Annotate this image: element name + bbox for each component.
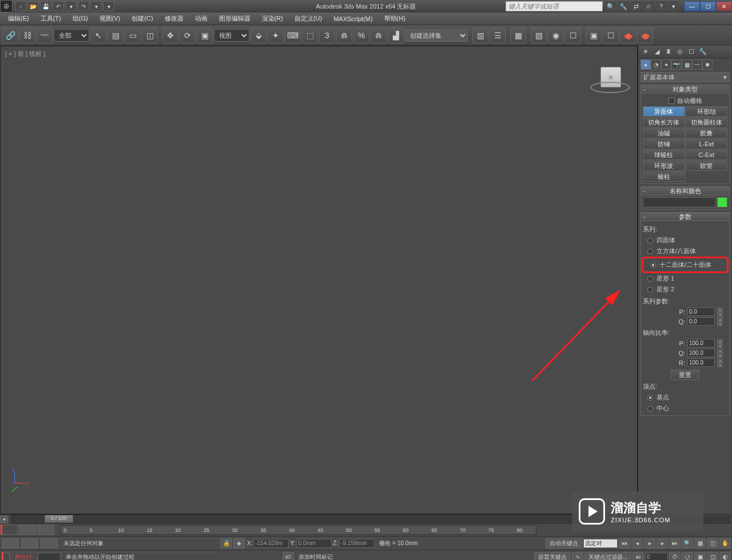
percent-snap-icon[interactable]: ⋒ [336,27,352,43]
time-slider-track[interactable]: 0 / 100 [10,515,627,524]
menu-modifiers[interactable]: 修改器 [159,13,189,25]
rollout-name-color[interactable]: -名称和颜色 [640,186,730,195]
rendered-frame-icon[interactable]: ▣ [586,27,602,43]
key-mode-toggle-icon[interactable]: ⏯ [632,552,644,561]
mirror-icon[interactable]: ▟ [388,27,404,43]
open-icon[interactable]: 📂 [27,1,39,11]
macro-rec-icon[interactable] [2,552,10,561]
angle-snap-icon[interactable]: 3 [319,27,335,43]
hierarchy-panel-tab[interactable]: ♜ [663,47,674,57]
object-color-swatch[interactable] [717,197,727,207]
q-spinner[interactable] [687,317,715,326]
scale-icon[interactable]: ▣ [197,27,213,43]
edit-named-sel-icon[interactable]: ⋒ [371,27,387,43]
helpers-tab[interactable]: ▦ [682,59,692,70]
nav-pan-icon[interactable]: ✋ [719,538,731,549]
menu-views[interactable]: 视图(V) [94,13,126,25]
ar-down-icon[interactable]: ▾ [717,363,723,367]
select-object-icon[interactable]: ↖ [90,27,106,43]
aq-down-icon[interactable]: ▾ [717,353,723,358]
rollout-parameters[interactable]: -参数 [640,212,730,221]
close-button[interactable]: ✕ [716,1,732,11]
key-filter-curve-icon[interactable]: ∿ [572,552,583,561]
nav-zoomall-icon[interactable]: ▦ [694,538,706,549]
family-star1-radio[interactable]: 星形 1 [643,273,727,284]
status-key-btn3[interactable] [41,538,58,549]
menu-customize[interactable]: 自定义(U) [289,13,328,25]
menu-maxscript[interactable]: MAXScript(M) [328,13,378,25]
vertex-base-radio[interactable]: 基点 [643,392,727,403]
isolate-icon[interactable]: ◈ [233,538,245,549]
keyboard-shortcut-icon[interactable]: ⌨ [285,27,301,43]
spacewarps-tab[interactable]: 〰 [692,59,702,70]
set-key-mode-icon[interactable] [1,525,18,535]
ref-coord-system[interactable]: 视图 [214,29,249,42]
nav-wheel-icon[interactable]: ◐ [719,552,731,561]
bind-spacewarp-icon[interactable]: 〰 [37,27,53,43]
render-prod-icon[interactable]: ☐ [603,27,619,43]
minimize-button[interactable]: — [684,1,700,11]
menu-animation[interactable]: 动画 [189,13,213,25]
unlink-icon[interactable]: ⛓ [19,27,35,43]
utilities-panel-tab[interactable]: 🔧 [698,47,708,57]
favorite-icon[interactable]: ☆ [643,1,654,11]
viewport-label[interactable]: [ + ] 前 ] 线框 ] [5,50,45,58]
play-icon[interactable]: ▸ [644,538,655,549]
hose-button[interactable]: 软管 [686,161,728,171]
link-icon[interactable]: 🔗 [2,27,18,43]
key-toggle-icon[interactable] [37,525,54,535]
z-coord-input[interactable] [339,539,375,548]
menu-group[interactable]: 组(G) [67,13,94,25]
pivot-icon[interactable]: ⬙ [250,27,266,43]
rotate-icon[interactable]: ⟳ [180,27,196,43]
category-dropdown[interactable]: 扩展基本体▾ [640,72,730,82]
torusknot-button[interactable]: 环形结 [686,106,728,117]
ar-up-icon[interactable]: ▴ [717,358,723,363]
selection-filter[interactable]: 全部 [54,29,89,42]
schematic-view-icon[interactable]: ▧ [531,27,547,43]
status-key-btn2[interactable] [21,538,38,549]
next-frame-icon[interactable]: ▸ [657,538,668,549]
family-tetra-radio[interactable]: 四面体 [643,235,727,246]
lights-tab[interactable]: ✦ [661,59,671,70]
cameras-tab[interactable]: 📷 [671,59,682,70]
help-icon[interactable]: ? [655,1,667,11]
family-dodec-icos-radio[interactable]: 十二面体/二十面体 [646,259,725,270]
prev-frame-icon[interactable]: ◂ [631,538,643,549]
move-icon[interactable]: ✥ [162,27,178,43]
geometry-tab[interactable]: ● [640,59,651,70]
save-icon[interactable]: 💾 [40,1,51,11]
time-slider-handle[interactable]: 0 / 100 [45,515,73,523]
time-config-icon[interactable]: ⏱ [669,552,681,561]
render-setup-icon[interactable]: ☐ [565,27,581,43]
shapes-tab[interactable]: ◔ [651,59,661,70]
menu-create[interactable]: 创建(C) [126,13,158,25]
q-down-icon[interactable]: ▾ [717,322,723,326]
gengon-button[interactable]: 球棱柱 [643,150,685,160]
qat-customize-icon[interactable]: ▾ [103,1,114,11]
select-region-icon[interactable]: ▭ [125,27,141,43]
window-crossing-icon[interactable]: ◫ [142,27,158,43]
ap-down-icon[interactable]: ▾ [717,343,723,348]
goto-end-icon[interactable]: ⏭ [669,538,681,549]
systems-tab[interactable]: ✱ [702,59,713,70]
curve-editor-icon[interactable]: ▦ [510,27,526,43]
status-key-btn[interactable] [2,538,19,549]
y-coord-input[interactable] [296,539,332,548]
rollout-object-type[interactable]: -对象类型 [640,85,730,94]
ringwave-button[interactable]: 环形波 [643,161,685,171]
menu-tools[interactable]: 工具(T) [35,13,67,25]
snap-toggle-icon[interactable]: ⬚ [302,27,318,43]
menu-grapheditors[interactable]: 图形编辑器 [213,13,256,25]
hedra-button[interactable]: 异面体 [643,106,685,117]
set-key-button[interactable]: 设置关键点 [534,552,571,561]
redo-icon[interactable]: ↷ [78,1,89,11]
family-cube-octa-radio[interactable]: 立方体/八面体 [643,246,727,257]
lock-icon[interactable]: 🔒 [221,538,232,549]
nav-orbit-icon[interactable]: ⭯ [682,552,693,561]
infocenter-icon[interactable]: 🔍 [605,1,616,11]
time-tag-icon[interactable]: 🏷 [283,552,294,561]
axis-q-spinner[interactable] [687,349,715,357]
create-panel-tab[interactable]: ☀ [640,47,651,57]
prism-button[interactable]: 棱柱 [643,171,685,182]
